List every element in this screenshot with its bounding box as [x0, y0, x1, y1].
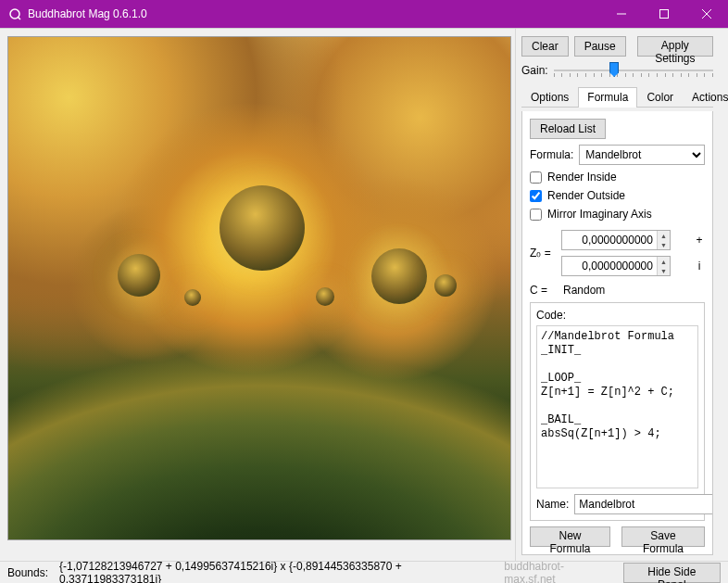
close-button[interactable] [685, 0, 728, 28]
bounds-label: Bounds: [7, 566, 48, 579]
tab-actions[interactable]: Actions [683, 87, 728, 108]
name-label: Name: [536, 498, 569, 511]
spin-down-icon[interactable]: ▼ [658, 266, 670, 275]
render-inside-input[interactable] [530, 171, 542, 184]
svg-line-1 [19, 18, 21, 20]
c-label: C = [530, 284, 558, 297]
project-link[interactable]: buddhabrot-max.sf.net [504, 560, 611, 584]
code-label: Code: [536, 309, 698, 322]
name-input[interactable] [574, 494, 713, 514]
tab-options[interactable]: Options [521, 87, 578, 108]
z0-plus: + [694, 234, 705, 247]
app-icon [7, 6, 22, 21]
new-formula-button[interactable]: New Formula [530, 526, 610, 547]
code-textarea[interactable]: //Mandelbrot Formula _INIT_ _LOOP_ Z[n+1… [536, 325, 698, 488]
reload-list-button[interactable]: Reload List [530, 119, 606, 139]
tab-strip: Options Formula Color Actions [521, 86, 713, 108]
spin-down-icon[interactable]: ▼ [658, 240, 670, 249]
spin-up-icon[interactable]: ▲ [658, 231, 670, 240]
svg-rect-3 [660, 10, 669, 19]
window-title: Buddhabrot Mag 0.6.1.0 [28, 7, 147, 20]
tab-body-formula: Reload List Formula: Mandelbrot Render I… [521, 111, 713, 555]
save-formula-button[interactable]: Save Formula [621, 526, 705, 547]
c-value: Random [563, 284, 605, 297]
side-panel: Clear Pause Apply Settings Gain: Options… [515, 29, 721, 561]
formula-select[interactable]: Mandelbrot [579, 145, 705, 165]
render-outside-checkbox[interactable]: Render Outside [530, 189, 705, 202]
z0-i: i [694, 260, 705, 272]
tab-color[interactable]: Color [637, 87, 683, 108]
gain-slider[interactable] [554, 60, 713, 81]
z0-real-input[interactable]: ▲▼ [561, 230, 671, 250]
render-inside-checkbox[interactable]: Render Inside [530, 171, 705, 184]
formula-label: Formula: [530, 148, 573, 161]
tab-formula[interactable]: Formula [578, 87, 637, 108]
pause-button[interactable]: Pause [574, 36, 626, 57]
bounds-value: {-1,07128213946727 + 0,14995637415216i} … [59, 560, 493, 584]
render-canvas[interactable] [7, 36, 511, 540]
clear-button[interactable]: Clear [521, 36, 569, 57]
render-pane [0, 29, 515, 561]
apply-settings-button[interactable]: Apply Settings [637, 36, 713, 57]
render-outside-input[interactable] [530, 190, 542, 202]
hide-side-panel-button[interactable]: Hide Side Panel [623, 563, 721, 583]
z0-label: Z₀ = [530, 247, 561, 260]
mirror-axis-input[interactable] [530, 209, 542, 221]
z0-imag-input[interactable]: ▲▼ [561, 256, 671, 276]
gain-label: Gain: [521, 64, 548, 77]
code-group: Code: //Mandelbrot Formula _INIT_ _LOOP_… [530, 302, 705, 521]
minimize-button[interactable] [600, 0, 643, 28]
titlebar: Buddhabrot Mag 0.6.1.0 [0, 0, 728, 28]
maximize-button[interactable] [643, 0, 685, 28]
mirror-axis-checkbox[interactable]: Mirror Imaginary Axis [530, 208, 705, 221]
status-bar: Bounds: {-1,07128213946727 + 0,149956374… [0, 561, 728, 583]
spin-up-icon[interactable]: ▲ [658, 257, 670, 266]
